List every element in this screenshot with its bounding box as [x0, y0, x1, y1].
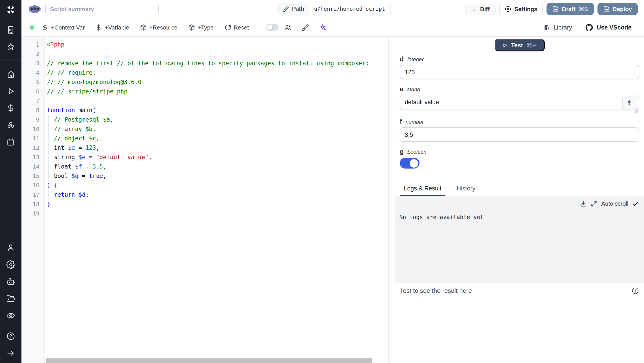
settings-gear-icon[interactable]	[6, 260, 15, 269]
add-resource-button[interactable]: +Resource	[140, 24, 177, 31]
add-variable-button[interactable]: +Variable	[96, 24, 129, 31]
field-f-input[interactable]	[400, 127, 639, 142]
sidebar-divider	[0, 59, 22, 59]
ai-sparkles-icon[interactable]	[319, 23, 326, 31]
line-number: 6	[22, 87, 44, 96]
library-button[interactable]: Library	[543, 24, 572, 31]
favorites-star-icon[interactable]	[6, 42, 15, 51]
dollar-icon	[627, 100, 632, 105]
path-edit-section: Path	[278, 3, 308, 15]
save-icon	[552, 6, 559, 12]
logs-panel: Auto scroll No logs are available yet	[395, 196, 644, 282]
logs-empty-message: No logs are available yet	[395, 214, 644, 220]
field-label-f: f number	[400, 118, 639, 125]
test-panel: Test ⌘↵ d integer e string defa	[395, 37, 644, 363]
result-area: Test to see the result here	[395, 282, 644, 363]
tab-logs-result[interactable]: Logs & Result	[400, 185, 446, 196]
path-label: Path	[292, 6, 304, 12]
code-line: function main(	[47, 105, 388, 115]
line-number: 18	[22, 199, 44, 209]
workspace-building-icon[interactable]	[6, 25, 15, 34]
info-icon[interactable]	[632, 287, 639, 295]
argument-fields: d integer e string default value	[395, 51, 644, 169]
code-line: string $e = "default value",	[47, 152, 388, 162]
code-area[interactable]: <?php // remove the first // of the foll…	[45, 37, 388, 363]
variables-dollar-icon[interactable]	[6, 104, 15, 113]
code-line: // array $b,	[47, 124, 388, 134]
dollar-icon	[96, 24, 102, 31]
test-button[interactable]: Test ⌘↵	[494, 39, 545, 51]
use-vscode-button[interactable]: Use VScode	[586, 23, 632, 31]
diff-button[interactable]: Diff	[465, 3, 496, 15]
line-number: 14	[22, 162, 44, 171]
reset-button[interactable]: Reset	[224, 24, 249, 31]
pane-resizer[interactable]	[389, 37, 395, 363]
schedules-calendar-icon[interactable]	[6, 138, 15, 147]
draft-button[interactable]: Draft ⌘S	[547, 3, 594, 15]
format-brush-icon[interactable]	[301, 23, 309, 31]
check-icon[interactable]	[632, 201, 639, 207]
script-summary-input[interactable]	[45, 3, 159, 15]
pencil-icon	[283, 6, 289, 12]
line-number: 2	[22, 49, 44, 58]
download-logs-icon[interactable]	[581, 201, 587, 207]
resources-boxes-icon[interactable]	[6, 121, 15, 130]
field-g-toggle[interactable]	[400, 158, 420, 169]
diff-icon	[471, 6, 477, 12]
folders-icon[interactable]	[6, 294, 15, 303]
line-number: 10	[22, 124, 44, 134]
script-path-widget[interactable]: Path u/henri/honored_script	[278, 3, 391, 15]
autoscroll-label[interactable]: Auto scroll	[601, 200, 628, 207]
help-icon[interactable]	[6, 332, 15, 341]
field-label-e: e string	[400, 85, 639, 92]
runs-play-icon[interactable]	[6, 87, 15, 96]
workers-bot-icon[interactable]	[6, 277, 15, 286]
line-number: 4	[22, 68, 44, 77]
deploy-button[interactable]: Deploy	[597, 3, 638, 15]
line-number: 8	[22, 105, 44, 115]
path-value: u/henri/honored_script	[308, 6, 390, 12]
scrollbar-thumb[interactable]	[46, 358, 372, 363]
code-line: return $d;	[47, 190, 388, 199]
collapse-arrow-icon[interactable]	[6, 349, 15, 358]
audit-eye-icon[interactable]	[6, 311, 15, 320]
line-number-gutter: 12345678910111213141516171819	[22, 37, 45, 363]
line-number: 15	[22, 171, 44, 181]
tab-history[interactable]: History	[452, 185, 480, 196]
code-editor[interactable]: 12345678910111213141516171819 <?php // r…	[22, 37, 389, 363]
settings-button[interactable]: Settings	[499, 3, 543, 15]
code-line: ) {	[47, 181, 388, 190]
code-line: // // require:	[47, 68, 388, 77]
horizontal-scrollbar[interactable]	[22, 358, 388, 363]
code-line: // remove the first // of the following …	[47, 58, 388, 68]
code-line: bool $g = true,	[47, 171, 388, 181]
line-number: 13	[22, 152, 44, 162]
line-number: 16	[22, 181, 44, 190]
dollar-icon	[42, 24, 48, 31]
php-language-badge: php	[28, 5, 41, 13]
windmill-logo-icon[interactable]	[5, 4, 16, 15]
line-number: 17	[22, 190, 44, 199]
users-icon[interactable]	[284, 23, 291, 31]
code-line: // object $c,	[47, 134, 388, 143]
sidebar-nav	[0, 0, 22, 363]
add-context-var-button[interactable]: +Context Var	[42, 24, 85, 31]
field-e-textarea[interactable]: default value	[400, 95, 639, 110]
add-type-button[interactable]: +Type	[188, 24, 214, 31]
home-icon[interactable]	[6, 70, 15, 79]
field-d-input[interactable]	[400, 65, 639, 79]
field-label-g: g boolean	[400, 148, 639, 155]
result-tabs: Logs & Result History	[395, 185, 644, 196]
line-number: 19	[22, 209, 44, 218]
users-person-icon[interactable]	[6, 243, 15, 252]
status-green-dot	[30, 25, 34, 30]
result-placeholder: Test to see the result here	[400, 287, 472, 294]
resize-handle[interactable]	[634, 107, 638, 111]
save-icon	[603, 6, 609, 12]
code-line: // // stripe/stripe-php	[47, 87, 388, 96]
expand-logs-icon[interactable]	[591, 201, 597, 207]
multiplayer-toggle[interactable]	[266, 24, 278, 31]
code-line	[47, 49, 388, 58]
code-line: float $f = 3.5,	[47, 162, 388, 171]
code-line: // // monolog/monolog@3.6.0	[47, 77, 388, 87]
